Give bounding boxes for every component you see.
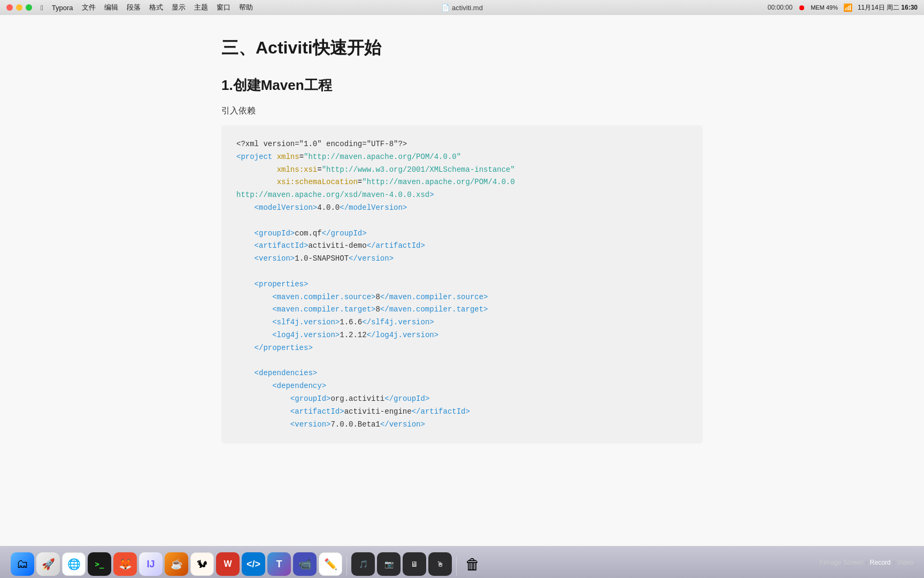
code-block: <?xml version="1.0" encoding="UTF-8"?> <… bbox=[221, 125, 703, 444]
code-line-2: <project xmlns="http://maven.apache.org/… bbox=[236, 151, 688, 164]
code-line-blank2 bbox=[236, 265, 688, 278]
code-line-props-open: <properties> bbox=[236, 278, 688, 291]
dock-teams[interactable]: 📹 bbox=[293, 552, 317, 576]
titlebar-center: 📄 activiti.md bbox=[441, 4, 483, 12]
code-line-blank1 bbox=[236, 215, 688, 227]
page-title: 三、Activiti快速开始 bbox=[221, 36, 703, 60]
code-line-artifactid: <artifactId>activiti-demo</artifactId> bbox=[236, 240, 688, 253]
recording-time: 00:00:00 bbox=[767, 4, 792, 11]
code-line-6: <modelVersion>4.0.0</modelVersion> bbox=[236, 202, 688, 215]
dock-trash[interactable]: 🗑 bbox=[461, 552, 484, 576]
menu-window[interactable]: 窗口 bbox=[217, 3, 230, 12]
code-line-dep-open: <dependency> bbox=[236, 380, 688, 393]
dock-typora[interactable]: T bbox=[267, 552, 291, 576]
dock-gitbash[interactable]: 🦊 bbox=[113, 552, 137, 576]
menu-paragraph[interactable]: 段落 bbox=[127, 3, 141, 12]
code-line-deps-open: <dependencies> bbox=[236, 367, 688, 380]
dock-idea[interactable]: IJ bbox=[139, 552, 163, 576]
menu-format[interactable]: 格式 bbox=[149, 3, 163, 12]
mem-icon: MEM 49% bbox=[811, 4, 838, 11]
dock-launchpad[interactable]: 🚀 bbox=[36, 552, 60, 576]
code-line-4: xsi:schemaLocation="http://maven.apache.… bbox=[236, 176, 688, 189]
code-line-5: http://maven.apache.org/xsd/maven-4.0.0.… bbox=[236, 189, 688, 202]
titlebar-left:  Typora 文件 编辑 段落 格式 显示 主题 窗口 帮助 bbox=[6, 3, 253, 12]
dock-path: FImage Screen › Record › Video bbox=[820, 559, 913, 566]
document: 三、Activiti快速开始 1.创建Maven工程 引入依赖 <?xml ve… bbox=[221, 36, 703, 524]
dock-extra-2[interactable]: 📷 bbox=[377, 552, 401, 576]
dock-separator-1 bbox=[346, 557, 347, 576]
intro-paragraph: 引入依赖 bbox=[221, 105, 703, 117]
date-time: 11月14日 周二 16:30 bbox=[858, 3, 918, 12]
menu-view[interactable]: 显示 bbox=[172, 3, 186, 12]
dock-sketch[interactable]: ✏️ bbox=[319, 552, 342, 576]
code-line-log4j: <log4j.version>1.2.12</log4j.version> bbox=[236, 329, 688, 342]
file-icon: 📄 bbox=[441, 4, 450, 12]
wifi-icon: 📶 bbox=[843, 3, 852, 12]
dock-finder[interactable]: 🗂 bbox=[11, 552, 34, 576]
dock: 🗂 🚀 🌐 >_ 🦊 IJ ☕ 🐿 W bbox=[0, 546, 924, 578]
traffic-lights bbox=[6, 4, 32, 11]
dock-extra-1[interactable]: 🎵 bbox=[351, 552, 375, 576]
apple-menu[interactable]:  bbox=[41, 4, 43, 12]
dock-chrome[interactable]: 🌐 bbox=[62, 552, 86, 576]
code-line-props-close: </properties> bbox=[236, 342, 688, 355]
path-part-3: Video bbox=[897, 559, 913, 566]
menu-theme[interactable]: 主题 bbox=[194, 3, 208, 12]
code-line-mct: <maven.compiler.target>8</maven.compiler… bbox=[236, 303, 688, 316]
titlebar:  Typora 文件 编辑 段落 格式 显示 主题 窗口 帮助 📄 activ… bbox=[0, 0, 924, 15]
dock-vscode[interactable]: </> bbox=[242, 552, 265, 576]
dock-maven[interactable]: 🐿 bbox=[190, 552, 214, 576]
menu-typora[interactable]: Typora bbox=[52, 4, 73, 12]
window-title: activiti.md bbox=[452, 4, 483, 12]
dock-extra-4[interactable]: 🖱 bbox=[428, 552, 452, 576]
code-line-3: xmlns:xsi="http://www.w3.org/2001/XMLSch… bbox=[236, 164, 688, 177]
code-line-groupid: <groupId>com.qf</groupId> bbox=[236, 227, 688, 240]
menu-file[interactable]: 文件 bbox=[82, 3, 96, 12]
dock-java[interactable]: ☕ bbox=[165, 552, 188, 576]
dock-apps: 🗂 🚀 🌐 >_ 🦊 IJ ☕ 🐿 W bbox=[11, 546, 484, 578]
code-line-dep-groupid: <groupId>org.activiti</groupId> bbox=[236, 393, 688, 406]
close-button[interactable] bbox=[6, 4, 13, 11]
maximize-button[interactable] bbox=[26, 4, 32, 11]
menu-help[interactable]: 帮助 bbox=[239, 3, 253, 12]
dock-extra-3[interactable]: 🖥 bbox=[403, 552, 426, 576]
section-title: 1.创建Maven工程 bbox=[221, 76, 703, 95]
code-line-1: <?xml version="1.0" encoding="UTF-8"?> bbox=[236, 138, 688, 151]
titlebar-right: 00:00:00 ⏺ MEM 49% 📶 11月14日 周二 16:30 bbox=[767, 3, 918, 12]
main-content: 三、Activiti快速开始 1.创建Maven工程 引入依赖 <?xml ve… bbox=[0, 15, 924, 546]
minimize-button[interactable] bbox=[16, 4, 22, 11]
path-part-1: FImage Screen bbox=[820, 559, 864, 566]
dock-separator-2 bbox=[456, 557, 457, 576]
code-line-slf4j: <slf4j.version>1.6.6</slf4j.version> bbox=[236, 316, 688, 329]
dock-wps[interactable]: W bbox=[216, 552, 240, 576]
path-sep-1: › bbox=[866, 559, 868, 566]
path-sep-2: › bbox=[893, 559, 895, 566]
path-part-2: Record bbox=[870, 559, 891, 566]
code-line-version: <version>1.0-SNAPSHOT</version> bbox=[236, 253, 688, 265]
record-dot: ⏺ bbox=[798, 3, 805, 12]
dock-terminal[interactable]: >_ bbox=[88, 552, 111, 576]
menu-bar:  Typora 文件 编辑 段落 格式 显示 主题 窗口 帮助 bbox=[41, 3, 253, 12]
code-line-dep-artifactid: <artifactId>activiti-engine</artifactId> bbox=[236, 406, 688, 419]
code-line-mcs: <maven.compiler.source>8</maven.compiler… bbox=[236, 291, 688, 304]
code-line-blank3 bbox=[236, 355, 688, 368]
code-line-dep-version: <version>7.0.0.Beta1</version> bbox=[236, 419, 688, 431]
menu-edit[interactable]: 编辑 bbox=[104, 3, 118, 12]
